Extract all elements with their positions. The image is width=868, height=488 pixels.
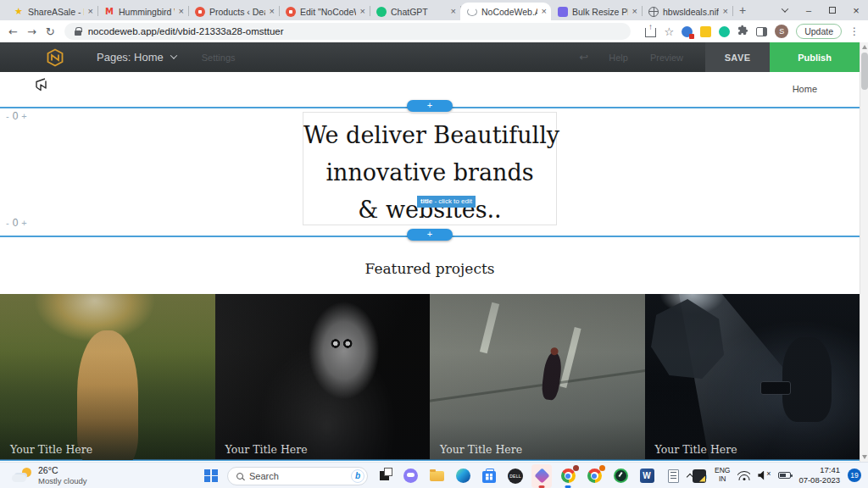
url-bar[interactable]: nocodeweb.app/edit/vbid-21333a28-omsttue… xyxy=(64,23,631,40)
menu-dots-icon[interactable] xyxy=(849,25,860,37)
scrollbar-thumb[interactable] xyxy=(861,53,868,90)
clock-app-button[interactable] xyxy=(610,464,631,488)
edge-button[interactable] xyxy=(453,464,473,488)
globe-favicon-icon xyxy=(648,7,659,17)
taskbar-search[interactable]: Search xyxy=(227,467,368,485)
tray-date: 07-08-2023 xyxy=(798,475,840,485)
microsoft-store-button[interactable] xyxy=(479,464,499,488)
publish-button[interactable]: Publish xyxy=(770,42,860,72)
tab-close-icon[interactable] xyxy=(179,7,184,16)
add-block-button[interactable]: + xyxy=(407,100,453,112)
notification-count-badge[interactable]: 19 xyxy=(848,469,861,482)
extensions-puzzle-icon[interactable] xyxy=(737,24,748,39)
update-button[interactable]: Update xyxy=(796,24,842,39)
tab-edit-nocodeweb[interactable]: Edit "NoCodeWe xyxy=(279,3,370,20)
extension-blue-icon[interactable] xyxy=(682,26,693,37)
url-text[interactable]: nocodeweb.app/edit/vbid-21333a28-omsttue… xyxy=(88,26,284,36)
tab-close-icon[interactable] xyxy=(542,7,547,16)
tray-time: 17:41 xyxy=(798,465,840,475)
deal-site-favicon-icon xyxy=(195,7,205,17)
card-title[interactable]: Your Title Here xyxy=(655,443,737,456)
project-card-street[interactable]: Your Title Here xyxy=(430,294,645,460)
site-nav-home[interactable]: Home xyxy=(793,84,817,94)
card-title[interactable]: Your Title Here xyxy=(225,443,308,456)
extension-grammarly-icon[interactable] xyxy=(719,26,730,37)
tab-hummingbird[interactable]: Hummingbird W xyxy=(97,3,188,20)
dell-app-button[interactable]: DELL xyxy=(505,464,526,488)
padding-control-bottom[interactable]: - 0 + xyxy=(6,217,27,229)
tab-close-icon[interactable] xyxy=(451,7,456,16)
hero-heading-block[interactable]: We deliver Beautifully innovative brands… xyxy=(303,112,557,225)
tab-close-icon[interactable] xyxy=(270,7,275,16)
help-button[interactable]: Help xyxy=(609,53,628,63)
chrome-profile2-button[interactable] xyxy=(584,464,604,488)
add-block-button[interactable]: + xyxy=(407,229,453,241)
weather-widget[interactable]: 26°C Mostly cloudy xyxy=(12,465,87,485)
featured-projects-heading[interactable]: Featured projects xyxy=(0,260,860,277)
pages-dropdown[interactable]: Pages: Home xyxy=(97,51,176,64)
chat-button[interactable] xyxy=(400,464,420,488)
word-button[interactable]: W xyxy=(637,464,657,488)
scroll-down-arrow-icon[interactable] xyxy=(862,455,867,459)
refresh-icon[interactable]: ↻ xyxy=(46,25,55,38)
page-scrollbar[interactable] xyxy=(860,42,868,462)
pages-dropdown-label: Pages: Home xyxy=(97,51,164,64)
card-title[interactable]: Your Title Here xyxy=(10,443,92,456)
save-button[interactable]: SAVE xyxy=(705,42,770,72)
padding-minus-button[interactable]: - xyxy=(6,218,9,228)
undo-icon[interactable] xyxy=(579,51,588,64)
tab-nocodeweb-active[interactable]: NoCodeWeb.App xyxy=(460,3,551,20)
back-icon[interactable]: ← xyxy=(8,25,18,38)
tab-close-icon[interactable] xyxy=(360,7,365,16)
project-card-portrait[interactable]: Your Title Here xyxy=(215,294,431,460)
extension-yellow-icon[interactable] xyxy=(700,26,711,37)
window-maximize-button[interactable] xyxy=(821,0,844,20)
preview-button[interactable]: Preview xyxy=(650,53,683,63)
padding-minus-button[interactable]: - xyxy=(6,111,9,121)
site-logo-icon[interactable] xyxy=(32,77,53,97)
card-title[interactable]: Your Title Here xyxy=(440,443,522,456)
scroll-up-arrow-icon[interactable] xyxy=(862,45,867,49)
tab-search-icon[interactable] xyxy=(773,0,797,20)
tab-bulk-resize[interactable]: Bulk Resize Phot xyxy=(551,3,642,20)
tab-products[interactable]: Products ‹ DealF xyxy=(188,3,279,20)
chrome-button[interactable] xyxy=(558,464,578,488)
window-minimize-button[interactable] xyxy=(797,0,821,20)
clock-widget[interactable]: 17:41 07-08-2023 xyxy=(798,465,840,486)
padding-control-top[interactable]: - 0 + xyxy=(6,110,27,122)
settings-button[interactable]: Settings xyxy=(202,53,236,63)
tab-close-icon[interactable] xyxy=(723,7,728,16)
title-edit-tooltip[interactable]: title - click to edit xyxy=(417,196,476,208)
tab-close-icon[interactable] xyxy=(632,7,637,16)
notepad-button[interactable] xyxy=(663,464,683,488)
battery-icon[interactable] xyxy=(778,472,791,479)
language-line2: IN xyxy=(715,475,730,484)
padding-plus-button[interactable]: + xyxy=(21,111,26,121)
system-tray: ENG IN 17:41 07-08-2023 19 xyxy=(687,465,868,486)
project-card-studio[interactable]: Your Title Here xyxy=(645,294,860,460)
file-explorer-button[interactable] xyxy=(426,464,447,488)
tab-hbwsldeals[interactable]: hbwsldeals.nifty. xyxy=(642,3,732,20)
task-view-button[interactable] xyxy=(374,464,394,488)
tab-chatgpt[interactable]: ChatGPT xyxy=(370,3,460,20)
share-icon[interactable] xyxy=(645,28,656,37)
volume-muted-icon[interactable] xyxy=(758,471,771,480)
side-panel-icon[interactable] xyxy=(756,27,767,36)
profile-avatar[interactable]: S xyxy=(775,25,788,38)
tab-shareasale[interactable]: ShareASale - Rec xyxy=(7,3,97,20)
language-indicator[interactable]: ENG IN xyxy=(715,467,730,484)
forward-icon[interactable]: → xyxy=(27,25,36,38)
start-button[interactable] xyxy=(201,464,221,488)
snipping-tool-button[interactable] xyxy=(531,464,552,488)
tab-close-icon[interactable] xyxy=(88,7,93,16)
project-card-field[interactable]: Your Title Here xyxy=(0,294,215,460)
wifi-icon[interactable] xyxy=(737,471,750,480)
bing-icon xyxy=(351,469,364,483)
new-tab-button[interactable] xyxy=(732,3,753,17)
chevron-down-icon xyxy=(170,52,177,58)
featured-projects-grid: Your Title Here Your Title Here Your Tit… xyxy=(0,294,860,460)
window-close-button[interactable] xyxy=(844,0,868,20)
bookmark-star-icon[interactable] xyxy=(664,25,674,38)
padding-plus-button[interactable]: + xyxy=(21,218,26,228)
lock-icon[interactable] xyxy=(75,30,81,36)
